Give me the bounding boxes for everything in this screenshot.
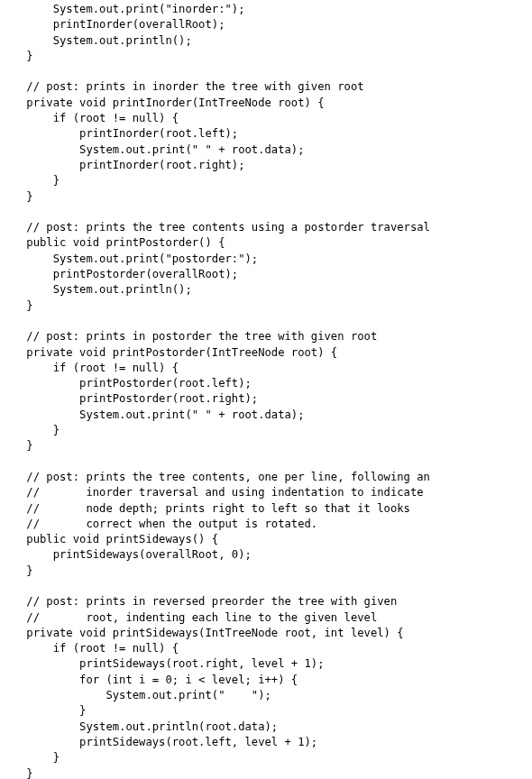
code-content: System.out.print("inorder:"); printInord…: [0, 3, 430, 779]
code-block: System.out.print("inorder:"); printInord…: [0, 0, 532, 779]
